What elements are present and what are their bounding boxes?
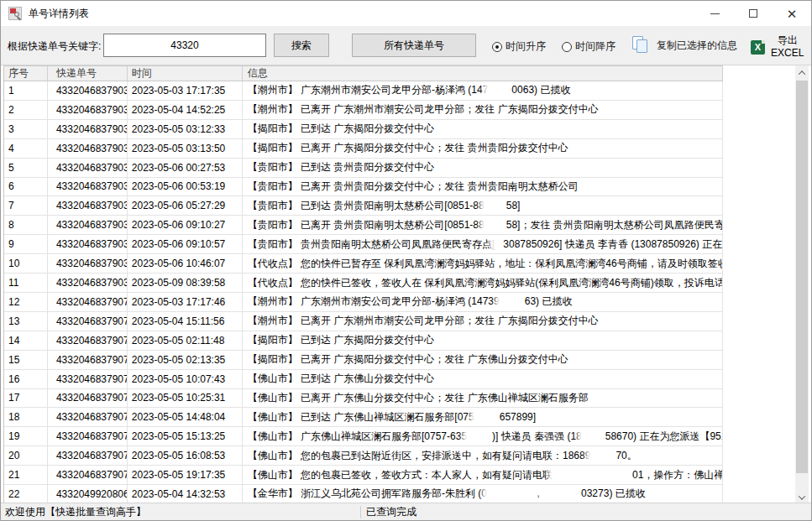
cell-tracking-number: 4332049920806	[48, 485, 128, 503]
sort-descending-radio[interactable]: 时间降序	[562, 39, 616, 54]
cell-time: 2023-05-04 14:52:25	[128, 101, 243, 119]
cell-time: 2023-05-06 00:27:53	[128, 159, 243, 177]
table-row[interactable]: 1443320468379072023-05-05 02:11:48【揭阳市】 …	[4, 331, 723, 351]
cell-tracking-number: 4332046837907	[48, 466, 128, 484]
table-row[interactable]: 343320468379032023-05-05 03:12:33【揭阳市】 已…	[4, 120, 723, 139]
table-row[interactable]: 1843320468379072023-05-05 14:48:04【佛山市】 …	[4, 408, 723, 427]
all-tracking-numbers-button[interactable]: 所有快递单号	[352, 34, 476, 57]
title-bar: 单号详情列表 ✕	[1, 1, 811, 26]
cell-time: 2023-05-05 02:11:48	[128, 331, 243, 350]
cell-seq: 6	[4, 178, 48, 196]
window-title: 单号详情列表	[29, 7, 89, 21]
table-row[interactable]: 1943320468379072023-05-05 15:13:25【佛山市】 …	[4, 427, 723, 446]
column-header-seq[interactable]: 序号	[4, 66, 48, 81]
cell-info: 【贵阳市】 已离开 贵州贵阳南明太慈桥公司[0851-8858]；发往 贵州贵阳…	[243, 216, 723, 234]
cell-seq: 14	[4, 331, 48, 350]
column-header-info[interactable]: 信息	[243, 66, 723, 81]
maximize-button[interactable]	[734, 1, 773, 26]
table-row[interactable]: 1143320468379032023-05-09 08:39:58【代收点】 …	[4, 274, 723, 293]
cell-time: 2023-05-05 03:12:33	[128, 120, 243, 138]
radio-circle-icon	[492, 42, 502, 52]
export-excel-label: 导出 EXCEL	[771, 34, 804, 60]
cell-tracking-number: 4332046837903	[48, 139, 128, 158]
table-row[interactable]: 1243320468379072023-05-03 17:17:46【潮州市】 …	[4, 293, 723, 312]
table-row[interactable]: 843320468379032023-05-06 09:10:27【贵阳市】 已…	[4, 216, 723, 235]
table-row[interactable]: 743320468379032023-05-06 05:27:29【贵阳市】 已…	[4, 196, 723, 216]
cell-tracking-number: 4332046837903	[48, 101, 128, 119]
cell-tracking-number: 4332046837903	[48, 235, 128, 253]
redaction-blur	[500, 295, 525, 308]
cell-tracking-number: 4332046837907	[48, 370, 128, 388]
cell-info: 【佛山市】 您的包裹已到达附近街区，安排派送中，如有疑问请电联：1868970。	[243, 446, 723, 465]
cell-info: 【贵阳市】 已到达 贵州贵阳南明太慈桥公司[0851-8858]	[243, 196, 723, 215]
radio-circle-icon	[562, 42, 572, 52]
minimize-button[interactable]	[695, 1, 734, 26]
column-header-time[interactable]: 时间	[128, 66, 243, 81]
redaction-blur	[553, 469, 632, 482]
cell-time: 2023-05-09 08:39:58	[128, 274, 243, 292]
redaction-blur	[543, 487, 581, 500]
cell-seq: 19	[4, 427, 48, 445]
status-query-result-text: 已查询完成	[366, 505, 416, 519]
cell-info: 【佛山市】 您的包裹已签收，签收方式：本人家人，如有疑问请电联01，操作方：佛山…	[243, 466, 723, 484]
table-row[interactable]: 2243320499208062023-05-04 14:32:53【金华市】 …	[4, 485, 723, 504]
keyword-input[interactable]	[103, 34, 266, 57]
redaction-blur	[485, 200, 506, 212]
table-row[interactable]: 143320468379032023-05-03 17:17:35【潮州市】 广…	[4, 81, 723, 101]
cell-info: 【揭阳市】 已离开 广东揭阳分拨交付中心；发往 广东佛山分拨交付中心	[243, 351, 723, 369]
table-row[interactable]: 1343320468379072023-05-04 15:11:56【潮州市】 …	[4, 312, 723, 331]
table-row[interactable]: 2043320468379072023-05-05 16:08:53【佛山市】 …	[4, 446, 723, 466]
cell-seq: 18	[4, 408, 48, 426]
table-row[interactable]: 1543320468379072023-05-05 02:13:35【揭阳市】 …	[4, 351, 723, 370]
table-row[interactable]: 2143320468379072023-05-05 19:17:35【佛山市】 …	[4, 466, 723, 485]
close-button[interactable]: ✕	[773, 1, 811, 26]
cell-time: 2023-05-06 09:10:27	[128, 216, 243, 234]
redaction-blur	[487, 487, 533, 500]
cell-seq: 2	[4, 101, 48, 119]
status-divider	[360, 506, 361, 518]
cell-info: 【揭阳市】 已到达 广东揭阳分拨交付中心	[243, 331, 723, 350]
vertical-scrollbar[interactable]	[795, 65, 809, 504]
table-row[interactable]: 943320468379032023-05-06 09:10:57【贵阳市】 贵…	[4, 235, 723, 254]
table-row[interactable]: 1743320468379072023-05-05 10:25:31【佛山市】 …	[4, 389, 723, 409]
cell-info: 【金华市】 浙江义乌北苑公司拥军路服务部-朱胜利 (0，03273) 已揽收	[243, 485, 723, 503]
redaction-blur	[467, 430, 492, 443]
cell-time: 2023-05-04 14:32:53	[128, 485, 243, 503]
app-window: 单号详情列表 ✕ 根据快递单号关键字: 搜索 所有快递单号 时间升序 时间降序 …	[0, 0, 812, 521]
cell-info: 【佛山市】 已到达 广东佛山禅城区澜石服务部[075657899]	[243, 408, 723, 426]
sort-ascending-radio[interactable]: 时间升序	[492, 39, 546, 54]
table-row[interactable]: 643320468379032023-05-06 00:53:19【贵阳市】 已…	[4, 178, 723, 197]
cell-time: 2023-05-05 02:13:35	[128, 351, 243, 369]
table-row[interactable]: 1643320468379072023-05-05 10:07:43【佛山市】 …	[4, 370, 723, 389]
cell-time: 2023-05-05 15:13:25	[128, 427, 243, 445]
cell-info: 【揭阳市】 已到达 广东揭阳分拨交付中心	[243, 120, 723, 138]
status-welcome-text: 欢迎使用【快递批量查询高手】	[1, 505, 360, 519]
table-row[interactable]: 243320468379032023-05-04 14:52:25【潮州市】 已…	[4, 101, 723, 120]
cell-seq: 3	[4, 120, 48, 138]
chevron-down-icon	[799, 492, 805, 499]
cell-tracking-number: 4332046837907	[48, 351, 128, 369]
cell-seq: 13	[4, 312, 48, 331]
search-button[interactable]: 搜索	[274, 34, 329, 57]
redaction-blur	[485, 219, 506, 232]
cell-time: 2023-05-05 16:08:53	[128, 446, 243, 465]
cell-tracking-number: 4332046837903	[48, 120, 128, 138]
table-row[interactable]: 543320468379032023-05-06 00:27:53【贵阳市】 已…	[4, 159, 723, 178]
cell-tracking-number: 4332046837903	[48, 159, 128, 177]
copy-selected-info-button[interactable]: 复制已选择的信息	[632, 36, 737, 55]
cell-time: 2023-05-06 00:53:19	[128, 178, 243, 196]
table-row[interactable]: 443320468379032023-05-05 03:13:50【揭阳市】 已…	[4, 139, 723, 159]
cell-seq: 9	[4, 235, 48, 253]
cell-info: 【潮州市】 广东潮州市潮安公司龙甲分部-杨泽鸿 (1470063) 已揽收	[243, 81, 723, 100]
keyword-label: 根据快递单号关键字:	[8, 39, 101, 54]
cell-tracking-number: 4332046837903	[48, 216, 128, 234]
column-header-tracking[interactable]: 快递单号	[48, 66, 128, 81]
cell-time: 2023-05-06 05:27:29	[128, 196, 243, 215]
cell-time: 2023-05-05 10:07:43	[128, 370, 243, 388]
scrollbar-thumb[interactable]	[796, 81, 808, 473]
tracking-detail-table: 序号 快递单号 时间 信息 143320468379032023-05-03 1…	[3, 65, 723, 504]
cell-seq: 21	[4, 466, 48, 484]
scroll-up-button[interactable]	[795, 65, 809, 80]
export-excel-button[interactable]: X 导出 EXCEL	[751, 34, 804, 60]
table-row[interactable]: 1043320468379032023-05-06 10:46:07【代收点】 …	[4, 254, 723, 274]
